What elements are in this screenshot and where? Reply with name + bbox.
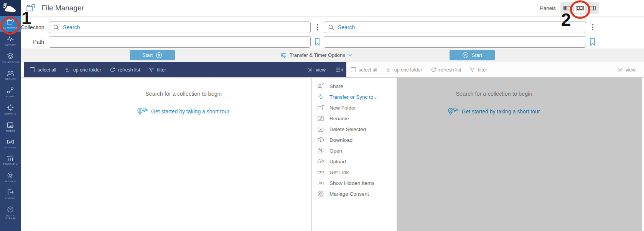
collapse-menu-button[interactable]: [336, 67, 343, 73]
panel-layout-toggle: [560, 2, 599, 14]
split-panel-icon: [588, 6, 596, 10]
bookmark-button-left[interactable]: [311, 38, 324, 46]
up-one-folder-left[interactable]: up one folder: [65, 67, 101, 73]
main-area: File Manager Panels: [21, 0, 644, 231]
page-title: File Manager: [41, 4, 84, 12]
content-row: Search for a collection to begin Get sta…: [21, 78, 644, 231]
sidebar-item-activity[interactable]: ACTIVITY: [0, 32, 21, 50]
dual-panel-button[interactable]: [574, 3, 585, 13]
sliders-icon: [280, 52, 287, 58]
sidebar-item-settings[interactable]: SETTINGS: [0, 169, 21, 186]
tour-link-label: Get started by taking a short tour.: [151, 108, 231, 115]
chevron-down-icon: [348, 54, 352, 57]
menu-item-label: Show Hidden Items: [329, 180, 374, 186]
select-all-label: select all: [38, 67, 56, 73]
svg-text:?: ?: [9, 208, 12, 212]
sidebar-item-label: FLOWS: [6, 95, 15, 98]
transfer-bar: Start Transfer & Timer Options Start: [21, 48, 644, 62]
gear-icon: [7, 171, 14, 179]
collection-menu-button-left[interactable]: [311, 24, 324, 31]
collection-search-input-left[interactable]: [49, 22, 311, 33]
menu-item-get-link[interactable]: Get Link: [312, 167, 397, 178]
menu-item-transfer-or-sync[interactable]: Transfer or Sync to...: [312, 91, 397, 102]
select-all-right[interactable]: select all: [351, 67, 377, 73]
refresh-icon: [431, 67, 436, 73]
sidebar-item-console[interactable]: CONSOLE: [0, 152, 21, 169]
menu-item-share[interactable]: Share: [312, 81, 397, 91]
globus-logo[interactable]: g: [0, 0, 21, 16]
menu-item-show-hidden-items[interactable]: Show Hidden Items: [312, 178, 397, 188]
select-all-checkbox[interactable]: [30, 67, 35, 72]
sidebar-item-help-sitemap[interactable]: ? HELP & SITEMAP: [0, 203, 21, 223]
sidebar-item-logout[interactable]: LOGOUT: [0, 186, 21, 203]
sidebar-item-groups[interactable]: GROUPS: [0, 67, 21, 84]
menu-item-upload[interactable]: Upload: [312, 156, 397, 167]
bookmark-icon: [590, 38, 596, 46]
bookmark-icon: [314, 38, 320, 46]
gear-icon: [617, 67, 623, 73]
menu-item-manage-consent[interactable]: Manage Consent: [312, 188, 397, 199]
menu-item-rename[interactable]: Rename: [312, 113, 397, 124]
path-input-right[interactable]: [324, 36, 586, 48]
split-panel-button[interactable]: [586, 3, 598, 13]
streams-icon: [7, 138, 15, 145]
play-right-icon: [156, 52, 162, 58]
up-one-folder-icon: [386, 67, 392, 73]
view-button-right[interactable]: view: [617, 67, 636, 73]
menu-item-label: Rename: [329, 116, 349, 121]
empty-state-title: Search for a collection to begin: [456, 91, 532, 97]
menu-item-download[interactable]: Download: [312, 135, 397, 145]
transfer-timer-options[interactable]: Transfer & Timer Options: [280, 48, 352, 62]
compute-icon: [7, 104, 14, 111]
sidebar-item-file-manager[interactable]: FILE MANAGER: [0, 16, 21, 32]
start-transfer-right-button[interactable]: Start: [450, 50, 495, 60]
bookmark-button-right[interactable]: [586, 38, 599, 46]
tour-link-left[interactable]: Get started by taking a short tour.: [137, 107, 231, 116]
toolbar-left: select all up one folder refresh list fi…: [24, 62, 346, 77]
sidebar-item-compute[interactable]: COMPUTE: [0, 101, 21, 118]
transfer-icon: [317, 93, 324, 101]
file-list-panel-left: Search for a collection to begin Get sta…: [21, 78, 346, 231]
collection-search-input-right[interactable]: [324, 22, 586, 33]
path-input-left[interactable]: [49, 36, 311, 48]
refresh-list-left[interactable]: refresh list: [110, 67, 140, 73]
sidebar-item-label: CONSOLE: [3, 163, 15, 166]
menu-item-label: Download: [329, 137, 352, 143]
sidebar-item-label: GROUPS: [5, 78, 15, 81]
filter-right[interactable]: filter: [469, 67, 487, 73]
menu-item-label: Open: [329, 148, 342, 154]
menu-item-delete-selected[interactable]: Delete Selected: [312, 124, 397, 135]
refresh-list-right[interactable]: refresh list: [431, 67, 461, 73]
start-transfer-left-button[interactable]: Start: [130, 50, 175, 60]
menu-item-new-folder[interactable]: New Folder: [312, 102, 397, 113]
sidebar-item-flows[interactable]: FLOWS: [0, 84, 21, 101]
sidebar-item-label: SETTINGS: [4, 180, 16, 183]
menu-item-label: Manage Consent: [329, 191, 369, 197]
filter-left[interactable]: filter: [148, 67, 166, 73]
sidebar-item-label: COLLECTIONS: [2, 61, 19, 64]
collection-label: Collection: [21, 24, 49, 30]
header: File Manager Panels: [21, 0, 644, 17]
select-all-checkbox[interactable]: [351, 67, 356, 72]
tour-pins-icon: [137, 107, 148, 116]
collection-menu-button-right[interactable]: [586, 24, 599, 31]
refresh-list-label: refresh list: [439, 67, 461, 73]
collections-icon: [7, 52, 14, 60]
sidebar-item-collections[interactable]: COLLECTIONS: [0, 50, 21, 67]
start-label: Start: [142, 52, 153, 58]
view-button-left[interactable]: view: [307, 67, 326, 73]
get-link-icon: [317, 168, 324, 176]
select-all-left[interactable]: select all: [30, 67, 56, 73]
download-icon: [317, 136, 324, 144]
single-panel-button[interactable]: [562, 3, 573, 13]
empty-state-title: Search for a collection to begin: [145, 91, 222, 97]
tour-link-right[interactable]: Get started by taking a short tour.: [447, 107, 541, 116]
scrollbar-gutter: [642, 78, 644, 231]
menu-item-open[interactable]: Open: [312, 145, 397, 156]
sidebar-item-timers[interactable]: TIMERS: [0, 118, 21, 136]
sidebar-item-label: HELP & SITEMAP: [1, 214, 20, 220]
up-one-folder-right[interactable]: up one folder: [386, 67, 422, 73]
filter-label: filter: [157, 67, 166, 73]
sidebar-item-streams[interactable]: STREAMS: [0, 136, 21, 152]
help-icon: ?: [7, 206, 14, 213]
